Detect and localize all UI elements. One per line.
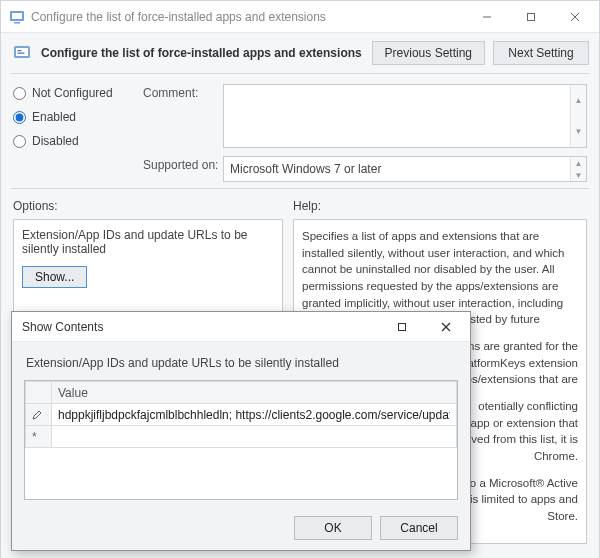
close-button[interactable] (553, 2, 597, 32)
svg-rect-2 (14, 22, 20, 24)
radio-not-configured[interactable]: Not Configured (13, 86, 143, 100)
up-icon[interactable]: ▲ (571, 85, 586, 116)
down-icon[interactable]: ▼ (571, 169, 586, 181)
row-header-edit-icon[interactable] (26, 404, 52, 426)
window-controls (465, 2, 597, 32)
previous-setting-button[interactable]: Previous Setting (372, 41, 485, 65)
radio-disabled[interactable]: Disabled (13, 134, 143, 148)
dialog-close-button[interactable] (424, 312, 468, 342)
help-title: Help: (293, 195, 587, 219)
radio-label: Enabled (32, 110, 76, 124)
policy-icon (11, 42, 33, 64)
supported-spin: ▲ ▼ (570, 157, 586, 181)
state-radios: Not Configured Enabled Disabled (13, 84, 143, 148)
supported-on-box: Microsoft Windows 7 or later ▲ ▼ (223, 156, 587, 182)
values-grid[interactable]: Value * (24, 380, 458, 500)
table-row[interactable]: * (26, 426, 457, 448)
dialog-footer: OK Cancel (12, 508, 470, 550)
show-button[interactable]: Show... (22, 266, 87, 288)
dialog-maximize-button[interactable] (380, 312, 424, 342)
dialog-body: Extension/App IDs and update URLs to be … (12, 342, 470, 508)
radio-label: Disabled (32, 134, 79, 148)
next-setting-button[interactable]: Next Setting (493, 41, 589, 65)
dialog-titlebar: Show Contents (12, 312, 470, 342)
svg-rect-10 (18, 53, 25, 54)
svg-rect-1 (12, 13, 22, 19)
comment-label: Comment: (143, 84, 223, 100)
maximize-button[interactable] (509, 2, 553, 32)
radio-enabled[interactable]: Enabled (13, 110, 143, 124)
supported-on-label: Supported on: (143, 156, 223, 172)
options-field-label: Extension/App IDs and update URLs to be … (22, 228, 274, 256)
comment-spin: ▲ ▼ (570, 85, 586, 147)
page-heading: Configure the list of force-installed ap… (41, 46, 364, 60)
grid-corner (26, 382, 52, 404)
options-title: Options: (13, 195, 283, 219)
radio-disabled-input[interactable] (13, 135, 26, 148)
dialog-cancel-button[interactable]: Cancel (380, 516, 458, 540)
table-row[interactable] (26, 404, 457, 426)
supported-on-value: Microsoft Windows 7 or later (230, 162, 381, 176)
policy-editor-window: Configure the list of force-installed ap… (0, 0, 600, 558)
radio-enabled-input[interactable] (13, 111, 26, 124)
config-area: Not Configured Enabled Disabled Comment:… (1, 74, 599, 188)
app-icon (9, 9, 25, 25)
window-title: Configure the list of force-installed ap… (31, 10, 465, 24)
value-cell[interactable] (52, 404, 457, 426)
radio-not-configured-input[interactable] (13, 87, 26, 100)
row-header-new-icon[interactable]: * (26, 426, 52, 448)
comment-box[interactable]: ▲ ▼ (223, 84, 587, 148)
svg-rect-9 (18, 50, 22, 51)
svg-rect-11 (399, 323, 406, 330)
radio-label: Not Configured (32, 86, 113, 100)
up-icon[interactable]: ▲ (571, 157, 586, 169)
svg-rect-8 (16, 48, 28, 56)
column-header-value[interactable]: Value (52, 382, 457, 404)
value-input[interactable] (58, 408, 450, 422)
dialog-ok-button[interactable]: OK (294, 516, 372, 540)
header-row: Configure the list of force-installed ap… (1, 33, 599, 73)
dialog-title: Show Contents (22, 320, 380, 334)
show-contents-dialog: Show Contents Extension/App IDs and upda… (11, 311, 471, 551)
svg-rect-4 (528, 13, 535, 20)
dialog-field-label: Extension/App IDs and update URLs to be … (26, 356, 458, 370)
value-cell-empty[interactable] (52, 426, 457, 448)
down-icon[interactable]: ▼ (571, 116, 586, 147)
titlebar: Configure the list of force-installed ap… (1, 1, 599, 33)
minimize-button[interactable] (465, 2, 509, 32)
